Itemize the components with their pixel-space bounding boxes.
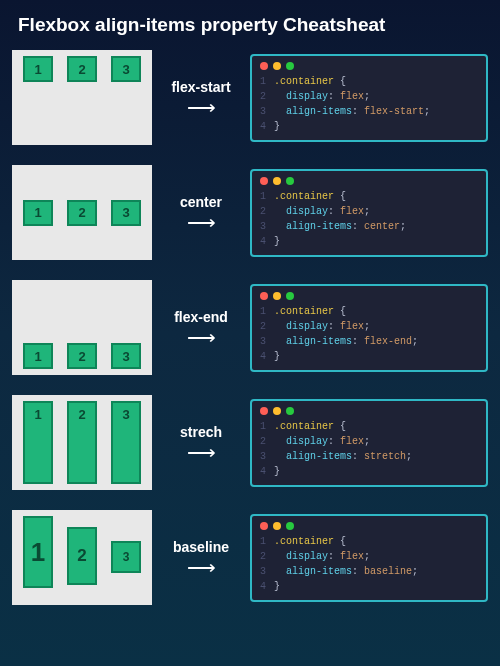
code-val: flex [340,91,364,102]
code-brace: } [274,234,280,249]
code-brace: { [340,74,346,89]
arrow-icon: ⟶ [162,442,240,462]
code-val: baseline [364,566,412,577]
label-col: center ⟶ [162,194,240,232]
code-colon: : [328,436,340,447]
dot-red-icon [260,522,268,530]
code-prop: display [286,436,328,447]
code-prop: display [286,551,328,562]
code-semi: ; [364,551,370,562]
window-dots [252,286,486,304]
dot-red-icon [260,62,268,70]
code-colon: : [352,451,364,462]
demo-box: 1 [23,56,53,82]
line-number: 3 [260,219,274,234]
align-label: strech [162,424,240,440]
code-prop: display [286,206,328,217]
page-title: Flexbox align-items property Cheatsheat [12,14,488,36]
code-colon: : [328,321,340,332]
line-number: 1 [260,189,274,204]
demo-box: 2 [67,200,97,226]
code-prop: align-items [286,221,352,232]
code-prop: align-items [286,106,352,117]
line-number: 2 [260,549,274,564]
code-val: flex-end [364,336,412,347]
code-colon: : [328,206,340,217]
code-selector: .container [274,189,334,204]
align-label: center [162,194,240,210]
code-prop: align-items [286,566,352,577]
code-colon: : [352,336,364,347]
line-number: 2 [260,204,274,219]
code-brace: } [274,349,280,364]
row-baseline: 1 2 3 baseline ⟶ 1.container { 2display:… [12,510,488,605]
label-col: flex-start ⟶ [162,79,240,117]
code-prop: display [286,91,328,102]
code-val: center [364,221,400,232]
code-block: 1.container { 2display: flex; 3align-ite… [250,514,488,602]
code-val: flex [340,321,364,332]
code-semi: ; [364,321,370,332]
demo-box: 1 [23,516,53,588]
code-selector: .container [274,419,334,434]
dot-red-icon [260,177,268,185]
arrow-icon: ⟶ [162,557,240,577]
demo-flex-start: 1 2 3 [12,50,152,145]
code-brace: { [340,419,346,434]
line-number: 2 [260,89,274,104]
arrow-icon: ⟶ [162,327,240,347]
code-brace: } [274,579,280,594]
label-col: strech ⟶ [162,424,240,462]
code-val: flex [340,551,364,562]
line-number: 4 [260,234,274,249]
code-brace: } [274,119,280,134]
window-dots [252,171,486,189]
demo-box: 3 [111,56,141,82]
dot-yellow-icon [273,62,281,70]
dot-green-icon [286,407,294,415]
code-prop: display [286,321,328,332]
dot-yellow-icon [273,522,281,530]
code-colon: : [352,106,364,117]
code-semi: ; [364,91,370,102]
line-number: 1 [260,74,274,89]
line-number: 3 [260,564,274,579]
line-number: 4 [260,349,274,364]
demo-box: 2 [67,527,97,585]
window-dots [252,401,486,419]
dot-red-icon [260,407,268,415]
code-brace: { [340,534,346,549]
dot-red-icon [260,292,268,300]
code-prop: align-items [286,451,352,462]
line-number: 4 [260,464,274,479]
window-dots [252,516,486,534]
code-prop: align-items [286,336,352,347]
label-col: baseline ⟶ [162,539,240,577]
line-number: 4 [260,119,274,134]
align-label: flex-start [162,79,240,95]
line-number: 3 [260,104,274,119]
demo-box: 3 [111,541,141,573]
demo-flex-end: 1 2 3 [12,280,152,375]
arrow-icon: ⟶ [162,97,240,117]
demo-baseline: 1 2 3 [12,510,152,605]
label-col: flex-end ⟶ [162,309,240,347]
align-label: baseline [162,539,240,555]
dot-yellow-icon [273,292,281,300]
line-number: 1 [260,534,274,549]
demo-center: 1 2 3 [12,165,152,260]
code-colon: : [328,91,340,102]
row-center: 1 2 3 center ⟶ 1.container { 2display: f… [12,165,488,260]
code-colon: : [328,551,340,562]
dot-yellow-icon [273,407,281,415]
code-brace: } [274,464,280,479]
dot-green-icon [286,292,294,300]
window-dots [252,56,486,74]
code-colon: : [352,221,364,232]
align-label: flex-end [162,309,240,325]
dot-green-icon [286,177,294,185]
demo-box: 3 [111,343,141,369]
demo-box: 1 [23,401,53,484]
code-val: stretch [364,451,406,462]
line-number: 1 [260,304,274,319]
